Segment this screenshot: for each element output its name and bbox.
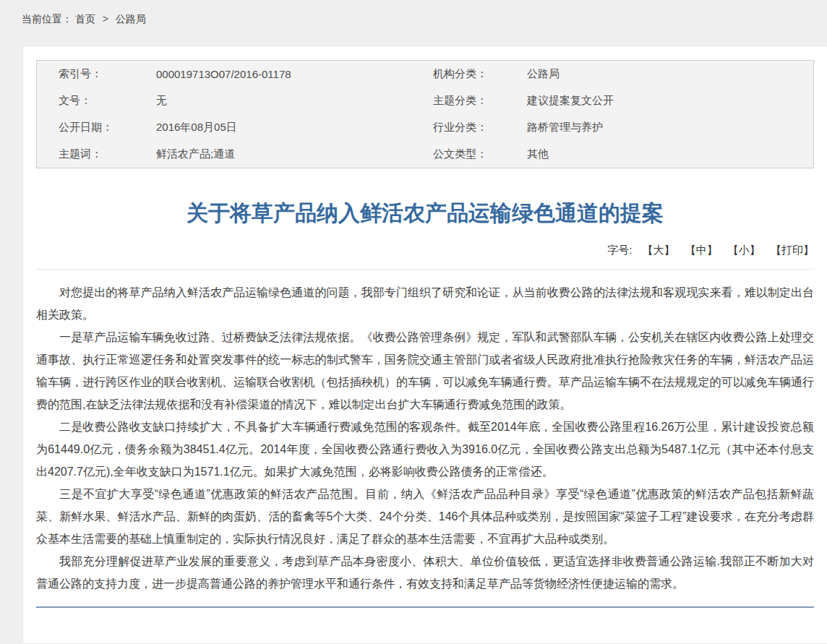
meta-row: 文号： 无 主题分类： 建议提案复文公开: [37, 87, 813, 114]
font-size-medium-button[interactable]: 【中】: [685, 244, 718, 256]
breadcrumb-separator: >: [103, 13, 108, 25]
meta-row: 主题词： 鲜活农产品;通道 公文类型： 其他: [37, 141, 813, 168]
meta-value-agency-category: 公路局: [527, 67, 813, 81]
font-size-toolbar: 字号: 【大】 【中】 【小】 【打印】: [36, 244, 814, 270]
meta-label-publish-date: 公开日期：: [37, 121, 156, 134]
article-paragraph: 一是草产品运输车辆免收过路、过桥费缺乏法律法规依据。《收费公路管理条例》规定，军…: [36, 326, 814, 416]
meta-value-keywords: 鲜活农产品;通道: [156, 147, 433, 161]
meta-value-doc-type: 其他: [527, 147, 813, 161]
page: 当前位置： 首页 > 公路局 索引号： 000019713O07/2016-01…: [0, 0, 827, 644]
meta-row: 索引号： 000019713O07/2016-01178 机构分类： 公路局: [37, 61, 813, 87]
meta-value-industry-category: 路桥管理与养护: [527, 121, 813, 134]
meta-row: 公开日期： 2016年08月05日 行业分类： 路桥管理与养护: [37, 114, 813, 141]
article-body: 对您提出的将草产品纳入鲜活农产品运输绿色通道的问题，我部专门组织了研究和论证，从…: [36, 281, 814, 595]
article-paragraph: 我部充分理解促进草产业发展的重要意义，考虑到草产品本身密度小、体积大、单位价值较…: [36, 550, 814, 595]
document-meta-table: 索引号： 000019713O07/2016-01178 机构分类： 公路局 文…: [36, 60, 814, 168]
meta-value-doc-number: 无: [156, 94, 433, 108]
article-paragraph: 对您提出的将草产品纳入鲜活农产品运输绿色通道的问题，我部专门组织了研究和论证，从…: [36, 281, 814, 326]
content-card: 索引号： 000019713O07/2016-01178 机构分类： 公路局 文…: [22, 46, 827, 644]
meta-label-doc-type: 公文类型：: [433, 147, 527, 161]
meta-label-topic-category: 主题分类：: [433, 94, 527, 108]
footer-divider: [36, 606, 814, 608]
print-button[interactable]: 【打印】: [771, 244, 814, 256]
meta-label-industry-category: 行业分类：: [433, 121, 527, 134]
breadcrumb-current: 公路局: [116, 13, 146, 25]
meta-value-index-number: 000019713O07/2016-01178: [156, 68, 433, 80]
font-size-large-button[interactable]: 【大】: [642, 244, 674, 256]
font-size-small-button[interactable]: 【小】: [728, 244, 760, 256]
meta-label-agency-category: 机构分类：: [433, 67, 527, 81]
meta-label-index-number: 索引号：: [37, 67, 156, 81]
font-size-label: 字号:: [607, 244, 632, 256]
breadcrumb-home-link[interactable]: 首页: [75, 13, 95, 25]
article-paragraph: 三是不宜扩大享受“绿色通道”优惠政策的鲜活农产品范围。目前，纳入《鲜活农产品品种…: [36, 483, 814, 550]
meta-value-publish-date: 2016年08月05日: [156, 121, 433, 134]
breadcrumb-label: 当前位置：: [22, 13, 72, 25]
article-title: 关于将草产品纳入鲜活农产品运输绿色通道的提案: [36, 200, 814, 226]
article-paragraph: 二是收费公路收支缺口持续扩大，不具备扩大车辆通行费减免范围的客观条件。截至201…: [36, 416, 814, 483]
breadcrumb: 当前位置： 首页 > 公路局: [0, 0, 827, 46]
meta-label-doc-number: 文号：: [37, 94, 156, 108]
meta-value-topic-category: 建议提案复文公开: [527, 94, 813, 108]
meta-label-keywords: 主题词：: [37, 147, 156, 161]
